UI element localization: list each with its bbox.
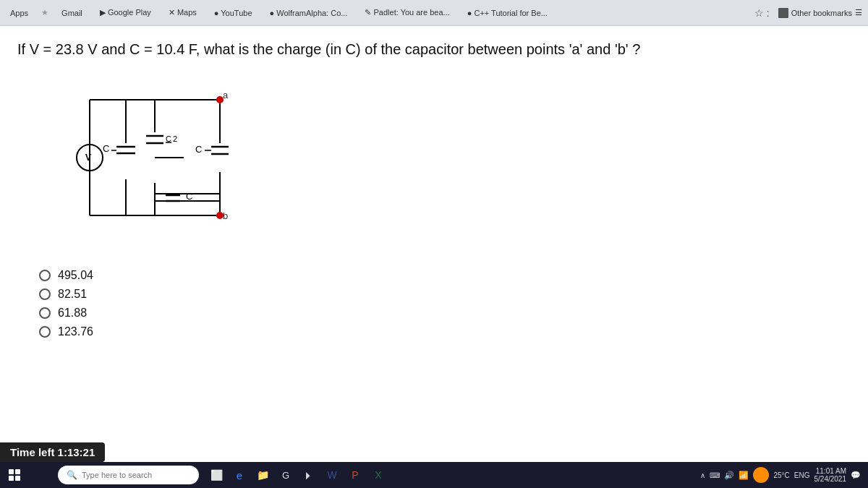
tab-google-play[interactable]: ▶ Google Play <box>95 7 156 19</box>
clock-date: 5/24/2021 <box>814 475 847 483</box>
taskbar-media-icon[interactable]: ⏵ <box>300 466 318 484</box>
taskbar-volume-icon: 📶 <box>739 471 749 480</box>
circuit-svg: V C 2 C <box>54 78 256 237</box>
taskbar-google-icon[interactable]: G <box>277 466 294 484</box>
windows-icon <box>9 469 20 481</box>
search-input[interactable] <box>82 471 190 479</box>
weather-icon <box>753 467 769 483</box>
taskbar: 🔍 ⬜ e 📁 G ⏵ W P X ∧ ⌨ 🔊 📶 25°C ENG 11:01… <box>0 462 868 488</box>
tab-maps[interactable]: ✕ Maps <box>164 7 201 19</box>
taskbar-excel-icon[interactable]: X <box>370 466 387 484</box>
radio-3[interactable] <box>39 307 51 319</box>
taskbar-ppt-icon[interactable]: P <box>346 466 364 484</box>
tab-youtube[interactable]: ● YouTube <box>210 7 257 19</box>
option-2[interactable]: 82.51 <box>39 288 851 301</box>
tab-apps[interactable]: Apps <box>6 7 33 19</box>
other-bookmarks[interactable]: Other bookmarks ☰ <box>778 8 862 18</box>
option-3[interactable]: 61.88 <box>39 307 851 320</box>
taskbar-keyboard-icon: ⌨ <box>710 471 720 479</box>
bookmarks-icon <box>778 8 788 18</box>
tab-cpp[interactable]: ● C++ Tutorial for Be... <box>463 7 552 19</box>
taskbar-explorer-icon[interactable]: 📁 <box>254 466 271 484</box>
option-1[interactable]: 495.04 <box>39 269 851 282</box>
taskbar-eng-label: ENG <box>794 471 810 479</box>
bookmark-star-icon[interactable]: ☆ : <box>754 7 770 19</box>
tab-padlet[interactable]: ✎ Padlet: You are bea... <box>360 7 454 19</box>
option-2-value: 82.51 <box>58 288 87 301</box>
taskbar-right: ∧ ⌨ 🔊 📶 25°C ENG 11:01 AM 5/24/2021 💬 <box>700 467 865 483</box>
svg-text:2: 2 <box>173 134 177 143</box>
radio-4[interactable] <box>39 326 51 338</box>
bookmarks-menu-icon: ☰ <box>855 8 862 17</box>
taskbar-app-icons: ⬜ e 📁 G ⏵ W P X <box>208 466 387 484</box>
taskbar-network-icon: 🔊 <box>724 471 734 480</box>
option-4-value: 123.76 <box>58 325 93 338</box>
circuit-diagram: V C 2 C <box>54 78 256 237</box>
options-container: 495.04 82.51 61.88 123.76 <box>39 269 851 338</box>
tab-gmail[interactable]: Gmail <box>57 7 87 19</box>
timer-label: Time left <box>10 446 54 458</box>
notification-icon[interactable]: 💬 <box>851 471 861 480</box>
taskbar-files-icon[interactable]: ⬜ <box>208 466 225 484</box>
content-area: If V = 23.8 V and C = 10.4 F, what is th… <box>0 26 868 346</box>
tab-wolfram[interactable]: ● WolframAlpha: Co... <box>265 7 352 19</box>
taskbar-search-box[interactable]: 🔍 <box>58 466 199 484</box>
timer-bar: Time left 1:13:21 <box>0 442 105 462</box>
temperature-label: 25°C <box>773 471 789 479</box>
taskbar-word-icon[interactable]: W <box>323 466 341 484</box>
question-text: If V = 23.8 V and C = 10.4 F, what is th… <box>17 39 851 59</box>
clock-time: 11:01 AM <box>816 467 846 475</box>
svg-text:b: b <box>223 210 228 221</box>
svg-text:V: V <box>85 153 91 163</box>
taskbar-clock[interactable]: 11:01 AM 5/24/2021 <box>814 467 847 483</box>
option-4[interactable]: 123.76 <box>39 325 851 338</box>
search-icon: 🔍 <box>67 470 77 480</box>
svg-text:C: C <box>195 144 202 155</box>
option-3-value: 61.88 <box>58 307 87 320</box>
timer-value: 1:13:21 <box>58 446 95 458</box>
start-button[interactable] <box>3 463 26 487</box>
svg-text:C: C <box>186 191 192 202</box>
svg-text:C: C <box>166 134 171 143</box>
browser-tab-bar: Apps ★ Gmail ▶ Google Play ✕ Maps ● YouT… <box>0 0 868 26</box>
svg-text:C: C <box>103 143 109 154</box>
radio-2[interactable] <box>39 288 51 300</box>
radio-1[interactable] <box>39 270 51 281</box>
taskbar-chevron-icon[interactable]: ∧ <box>700 471 705 479</box>
taskbar-edge-icon[interactable]: e <box>231 466 248 484</box>
svg-text:a: a <box>223 90 229 100</box>
option-1-value: 495.04 <box>58 269 93 282</box>
